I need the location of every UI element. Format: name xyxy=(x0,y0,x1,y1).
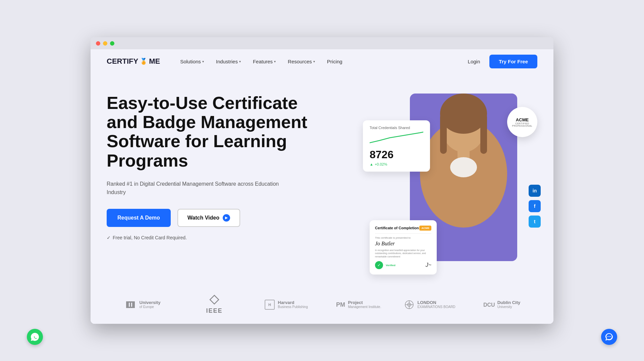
ieee-text: IEEE xyxy=(206,307,222,314)
twitter-icon[interactable]: t xyxy=(529,216,541,228)
hero-buttons: Request A Demo Watch Video ▶ xyxy=(107,209,363,227)
login-link[interactable]: Login xyxy=(468,59,480,64)
ue-logo-icon xyxy=(125,299,137,311)
cert-signature: J~ xyxy=(426,262,431,268)
nav-industries[interactable]: Industries ▾ xyxy=(216,59,241,64)
acme-name: ACME xyxy=(516,117,529,122)
logo-london: LONDON EXAMINATIONS BOARD xyxy=(394,299,466,310)
cert-footer: ✓ Verified J~ xyxy=(375,261,431,269)
svg-point-24 xyxy=(609,336,609,337)
verified-text: Verified xyxy=(386,264,395,267)
minimize-button[interactable] xyxy=(103,41,107,46)
stats-card: Total Credentials Shared 8726 ▲ +0.02% xyxy=(363,120,430,172)
logos-bar: University of Europe IEEE xyxy=(91,288,553,324)
svg-rect-12 xyxy=(126,301,135,303)
dcu-text: Dublin City xyxy=(497,300,521,305)
facebook-icon[interactable]: f xyxy=(529,200,541,212)
pmi-sub: Management Institute. xyxy=(348,305,381,309)
harvard-logo-icon: H xyxy=(264,299,275,310)
logo-harvard: H Harvard Business Publishing xyxy=(250,299,322,310)
chevron-down-icon: ▾ xyxy=(202,60,204,63)
ue-text-sub: of Europe xyxy=(140,305,161,309)
cert-presented-to: This certificate is presented to xyxy=(375,236,431,239)
nav-features-label: Features xyxy=(253,59,273,64)
cert-tag: ACME xyxy=(419,226,431,231)
chat-icon xyxy=(605,333,613,341)
dcu-sub: University xyxy=(497,305,521,309)
try-for-free-button[interactable]: Try For Free xyxy=(489,55,537,68)
chat-float-button[interactable] xyxy=(601,329,617,345)
certificate-card: Certificate of Completion ACME This cert… xyxy=(370,220,437,275)
watch-video-button[interactable]: Watch Video ▶ xyxy=(177,209,240,227)
social-share-icons: in f t xyxy=(529,185,541,228)
logo-dcu: DCU Dublin City University xyxy=(466,299,537,311)
chevron-down-icon: ▾ xyxy=(239,60,241,63)
stats-label: Total Credentials Shared xyxy=(370,126,423,130)
navbar: CERTIFY 🏅 ME Solutions ▾ Industries ▾ Fe… xyxy=(91,49,553,73)
linkedin-icon[interactable]: in xyxy=(529,185,541,197)
titlebar xyxy=(91,37,553,49)
cert-recipient: Jo Butler xyxy=(375,241,431,247)
logo-ue-university: University of Europe xyxy=(107,299,178,311)
ue-text-main: University xyxy=(140,300,161,305)
nav-solutions-label: Solutions xyxy=(180,59,201,64)
svg-rect-3 xyxy=(440,114,447,154)
stats-trend: ▲ +0.02% xyxy=(370,162,423,166)
nav-links: Solutions ▾ Industries ▾ Features ▾ Reso… xyxy=(180,59,468,64)
hero-illustration: Total Credentials Shared 8726 ▲ +0.02% A… xyxy=(363,87,537,281)
hero-left: Easy-to-Use Certificate and Badge Manage… xyxy=(107,87,363,240)
svg-text:PM: PM xyxy=(336,301,345,308)
hero-section: Easy-to-Use Certificate and Badge Manage… xyxy=(91,73,553,288)
request-demo-button[interactable]: Request A Demo xyxy=(107,209,171,227)
hero-title: Easy-to-Use Certificate and Badge Manage… xyxy=(107,94,308,170)
svg-marker-14 xyxy=(210,295,219,304)
dcu-logo-icon: DCU xyxy=(483,299,495,311)
nav-right: Login Try For Free xyxy=(468,55,537,68)
harvard-sub: Business Publishing xyxy=(278,305,308,309)
logo-badge-icon: 🏅 xyxy=(140,58,147,65)
checkmark-icon: ✓ xyxy=(107,235,111,240)
nav-pricing-label: Pricing xyxy=(327,59,342,64)
cert-header: Certificate of Completion ACME xyxy=(375,226,431,231)
stats-number: 8726 xyxy=(370,148,423,161)
svg-point-6 xyxy=(450,157,477,177)
logo[interactable]: CERTIFY 🏅 ME xyxy=(107,57,160,66)
play-icon: ▶ xyxy=(223,214,230,222)
watch-video-label: Watch Video xyxy=(187,215,219,221)
london-text: LONDON xyxy=(417,300,455,305)
close-button[interactable] xyxy=(96,41,100,46)
logo-text: CERTIFY xyxy=(107,57,138,66)
acme-badge: ACME CERTIFIED PROFESSIONAL xyxy=(507,107,537,137)
cert-title: Certificate of Completion xyxy=(375,226,419,230)
ieee-diamond-icon xyxy=(209,295,219,305)
acme-subtitle: CERTIFIED PROFESSIONAL xyxy=(507,122,537,127)
trend-arrow: ▲ xyxy=(370,162,373,166)
svg-rect-13 xyxy=(126,307,135,308)
nav-pricing[interactable]: Pricing xyxy=(327,59,342,64)
pmi-logo-icon: PM xyxy=(335,299,345,310)
svg-rect-4 xyxy=(480,114,487,154)
mini-chart xyxy=(370,131,423,144)
nav-features[interactable]: Features ▾ xyxy=(253,59,276,64)
logo-pmi: PM Project Management Institute. xyxy=(322,299,394,310)
chevron-down-icon: ▾ xyxy=(313,60,315,63)
london-logo-icon xyxy=(404,299,415,310)
svg-point-2 xyxy=(440,94,487,134)
whatsapp-icon xyxy=(30,332,40,342)
nav-industries-label: Industries xyxy=(216,59,238,64)
chevron-down-icon: ▾ xyxy=(274,60,276,63)
maximize-button[interactable] xyxy=(110,41,114,46)
london-sub: EXAMINATIONS BOARD xyxy=(417,305,455,309)
cert-description: In recognition and heartfelt appreciatio… xyxy=(375,249,431,258)
logo-ieee: IEEE xyxy=(178,295,250,314)
nav-solutions[interactable]: Solutions ▾ xyxy=(180,59,204,64)
svg-text:H: H xyxy=(268,303,271,307)
nav-resources[interactable]: Resources ▾ xyxy=(288,59,315,64)
hero-subtitle: Ranked #1 in Digital Credential Manageme… xyxy=(107,180,281,197)
svg-point-23 xyxy=(607,336,608,337)
nav-resources-label: Resources xyxy=(288,59,312,64)
free-trial-text: Free trial, No Credit Card Required. xyxy=(113,235,187,240)
verified-icon: ✓ xyxy=(375,261,383,269)
whatsapp-float-button[interactable] xyxy=(27,329,43,345)
trend-value: +0.02% xyxy=(375,162,387,166)
